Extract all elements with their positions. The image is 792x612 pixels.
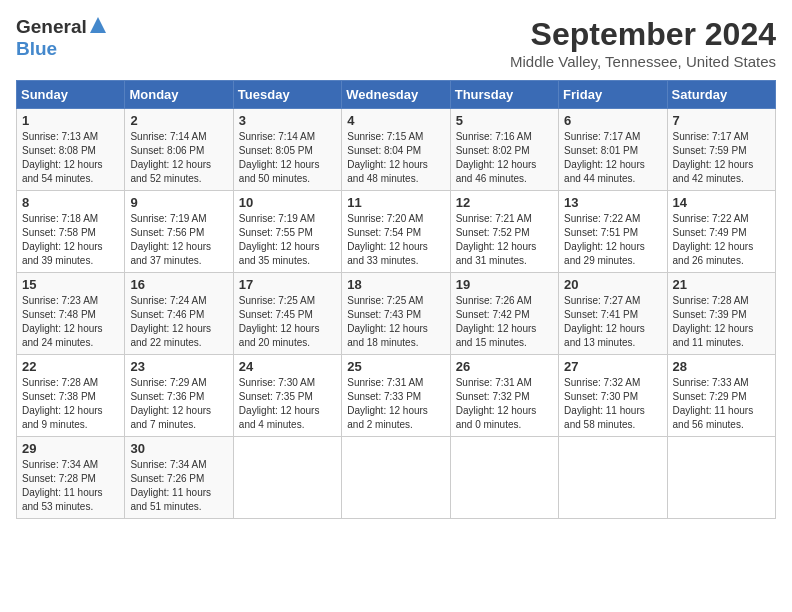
day-number: 27 [564, 359, 661, 374]
day-number: 9 [130, 195, 227, 210]
day-number: 29 [22, 441, 119, 456]
day-info: Sunrise: 7:24 AMSunset: 7:46 PMDaylight:… [130, 295, 211, 348]
calendar-table: SundayMondayTuesdayWednesdayThursdayFrid… [16, 80, 776, 519]
day-number: 5 [456, 113, 553, 128]
calendar-week-5: 29Sunrise: 7:34 AMSunset: 7:28 PMDayligh… [17, 437, 776, 519]
day-info: Sunrise: 7:34 AMSunset: 7:26 PMDaylight:… [130, 459, 211, 512]
day-info: Sunrise: 7:34 AMSunset: 7:28 PMDaylight:… [22, 459, 103, 512]
day-number: 18 [347, 277, 444, 292]
day-number: 4 [347, 113, 444, 128]
calendar-cell: 30Sunrise: 7:34 AMSunset: 7:26 PMDayligh… [125, 437, 233, 519]
day-info: Sunrise: 7:13 AMSunset: 8:08 PMDaylight:… [22, 131, 103, 184]
calendar-cell: 23Sunrise: 7:29 AMSunset: 7:36 PMDayligh… [125, 355, 233, 437]
day-number: 12 [456, 195, 553, 210]
calendar-cell: 8Sunrise: 7:18 AMSunset: 7:58 PMDaylight… [17, 191, 125, 273]
calendar-cell: 19Sunrise: 7:26 AMSunset: 7:42 PMDayligh… [450, 273, 558, 355]
calendar-cell: 17Sunrise: 7:25 AMSunset: 7:45 PMDayligh… [233, 273, 341, 355]
logo-triangle-icon [89, 16, 107, 34]
day-info: Sunrise: 7:25 AMSunset: 7:45 PMDaylight:… [239, 295, 320, 348]
calendar-cell: 15Sunrise: 7:23 AMSunset: 7:48 PMDayligh… [17, 273, 125, 355]
logo: General Blue [16, 16, 107, 60]
calendar-cell: 21Sunrise: 7:28 AMSunset: 7:39 PMDayligh… [667, 273, 775, 355]
day-info: Sunrise: 7:28 AMSunset: 7:38 PMDaylight:… [22, 377, 103, 430]
day-info: Sunrise: 7:22 AMSunset: 7:49 PMDaylight:… [673, 213, 754, 266]
logo-general-text: General [16, 16, 87, 38]
day-info: Sunrise: 7:25 AMSunset: 7:43 PMDaylight:… [347, 295, 428, 348]
header-tuesday: Tuesday [233, 81, 341, 109]
calendar-header-row: SundayMondayTuesdayWednesdayThursdayFrid… [17, 81, 776, 109]
day-info: Sunrise: 7:17 AMSunset: 7:59 PMDaylight:… [673, 131, 754, 184]
svg-marker-0 [90, 17, 106, 33]
header-monday: Monday [125, 81, 233, 109]
calendar-cell: 20Sunrise: 7:27 AMSunset: 7:41 PMDayligh… [559, 273, 667, 355]
calendar-cell [450, 437, 558, 519]
calendar-title: September 2024 [510, 16, 776, 53]
day-info: Sunrise: 7:26 AMSunset: 7:42 PMDaylight:… [456, 295, 537, 348]
calendar-cell [233, 437, 341, 519]
header-saturday: Saturday [667, 81, 775, 109]
calendar-cell: 7Sunrise: 7:17 AMSunset: 7:59 PMDaylight… [667, 109, 775, 191]
day-info: Sunrise: 7:29 AMSunset: 7:36 PMDaylight:… [130, 377, 211, 430]
day-number: 10 [239, 195, 336, 210]
calendar-cell: 9Sunrise: 7:19 AMSunset: 7:56 PMDaylight… [125, 191, 233, 273]
calendar-week-1: 1Sunrise: 7:13 AMSunset: 8:08 PMDaylight… [17, 109, 776, 191]
day-number: 22 [22, 359, 119, 374]
day-number: 13 [564, 195, 661, 210]
calendar-cell [342, 437, 450, 519]
calendar-cell: 26Sunrise: 7:31 AMSunset: 7:32 PMDayligh… [450, 355, 558, 437]
day-info: Sunrise: 7:20 AMSunset: 7:54 PMDaylight:… [347, 213, 428, 266]
calendar-cell: 13Sunrise: 7:22 AMSunset: 7:51 PMDayligh… [559, 191, 667, 273]
calendar-cell: 5Sunrise: 7:16 AMSunset: 8:02 PMDaylight… [450, 109, 558, 191]
calendar-week-3: 15Sunrise: 7:23 AMSunset: 7:48 PMDayligh… [17, 273, 776, 355]
calendar-cell: 4Sunrise: 7:15 AMSunset: 8:04 PMDaylight… [342, 109, 450, 191]
logo-blue-text: Blue [16, 38, 57, 60]
day-number: 25 [347, 359, 444, 374]
day-number: 24 [239, 359, 336, 374]
header-sunday: Sunday [17, 81, 125, 109]
day-number: 1 [22, 113, 119, 128]
day-info: Sunrise: 7:14 AMSunset: 8:05 PMDaylight:… [239, 131, 320, 184]
day-info: Sunrise: 7:18 AMSunset: 7:58 PMDaylight:… [22, 213, 103, 266]
day-info: Sunrise: 7:22 AMSunset: 7:51 PMDaylight:… [564, 213, 645, 266]
day-number: 19 [456, 277, 553, 292]
day-info: Sunrise: 7:30 AMSunset: 7:35 PMDaylight:… [239, 377, 320, 430]
header-wednesday: Wednesday [342, 81, 450, 109]
calendar-cell: 28Sunrise: 7:33 AMSunset: 7:29 PMDayligh… [667, 355, 775, 437]
day-number: 26 [456, 359, 553, 374]
day-number: 7 [673, 113, 770, 128]
day-number: 23 [130, 359, 227, 374]
day-info: Sunrise: 7:27 AMSunset: 7:41 PMDaylight:… [564, 295, 645, 348]
day-number: 3 [239, 113, 336, 128]
day-number: 16 [130, 277, 227, 292]
calendar-cell: 29Sunrise: 7:34 AMSunset: 7:28 PMDayligh… [17, 437, 125, 519]
calendar-cell: 2Sunrise: 7:14 AMSunset: 8:06 PMDaylight… [125, 109, 233, 191]
day-info: Sunrise: 7:19 AMSunset: 7:55 PMDaylight:… [239, 213, 320, 266]
day-info: Sunrise: 7:21 AMSunset: 7:52 PMDaylight:… [456, 213, 537, 266]
day-number: 21 [673, 277, 770, 292]
day-info: Sunrise: 7:23 AMSunset: 7:48 PMDaylight:… [22, 295, 103, 348]
day-number: 15 [22, 277, 119, 292]
header-friday: Friday [559, 81, 667, 109]
calendar-cell: 18Sunrise: 7:25 AMSunset: 7:43 PMDayligh… [342, 273, 450, 355]
header: General Blue September 2024 Middle Valle… [16, 16, 776, 70]
calendar-cell: 3Sunrise: 7:14 AMSunset: 8:05 PMDaylight… [233, 109, 341, 191]
calendar-cell: 12Sunrise: 7:21 AMSunset: 7:52 PMDayligh… [450, 191, 558, 273]
day-info: Sunrise: 7:19 AMSunset: 7:56 PMDaylight:… [130, 213, 211, 266]
day-info: Sunrise: 7:28 AMSunset: 7:39 PMDaylight:… [673, 295, 754, 348]
day-number: 14 [673, 195, 770, 210]
calendar-cell [667, 437, 775, 519]
day-info: Sunrise: 7:15 AMSunset: 8:04 PMDaylight:… [347, 131, 428, 184]
day-number: 28 [673, 359, 770, 374]
day-number: 2 [130, 113, 227, 128]
calendar-cell: 6Sunrise: 7:17 AMSunset: 8:01 PMDaylight… [559, 109, 667, 191]
day-number: 20 [564, 277, 661, 292]
day-info: Sunrise: 7:17 AMSunset: 8:01 PMDaylight:… [564, 131, 645, 184]
calendar-cell [559, 437, 667, 519]
calendar-cell: 16Sunrise: 7:24 AMSunset: 7:46 PMDayligh… [125, 273, 233, 355]
day-info: Sunrise: 7:14 AMSunset: 8:06 PMDaylight:… [130, 131, 211, 184]
title-area: September 2024 Middle Valley, Tennessee,… [510, 16, 776, 70]
header-thursday: Thursday [450, 81, 558, 109]
calendar-week-4: 22Sunrise: 7:28 AMSunset: 7:38 PMDayligh… [17, 355, 776, 437]
calendar-week-2: 8Sunrise: 7:18 AMSunset: 7:58 PMDaylight… [17, 191, 776, 273]
day-info: Sunrise: 7:16 AMSunset: 8:02 PMDaylight:… [456, 131, 537, 184]
